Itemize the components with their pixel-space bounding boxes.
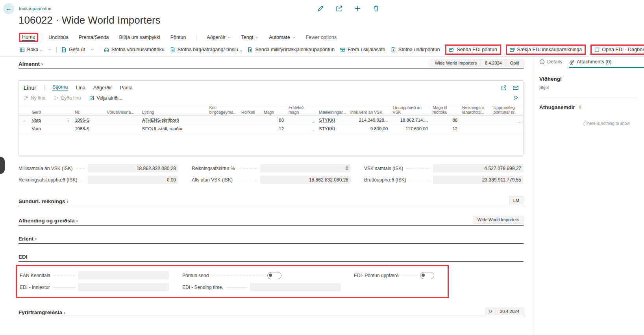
page-title: 106022 · Wide World Importers <box>19 14 161 26</box>
section-prepayment-title[interactable]: Fyrirframgreiðsla› <box>19 309 65 315</box>
col-nr[interactable]: Nr. <box>72 104 104 116</box>
lines-tab-lina[interactable]: Lína <box>76 85 85 91</box>
chevron-down-icon <box>255 36 259 39</box>
col-magn-mottoku[interactable]: Magn til móttöku <box>430 104 460 116</box>
release-button[interactable]: Gefa út <box>61 46 86 54</box>
col-lysing[interactable]: Lýsing <box>140 104 207 116</box>
edi-order-updated-toggle[interactable] <box>420 272 434 279</box>
section-edi-title[interactable]: EDI <box>19 254 28 260</box>
side-panel-handle[interactable] <box>0 157 5 174</box>
create-inventory-putaway-button[interactable]: Stofna birgðafrágang/-tínslu... <box>169 46 243 54</box>
table-row: Vara 1988-S SEOUL-stóll, rauður 12 _ STY… <box>19 124 523 133</box>
fetch-edi-icon <box>510 47 515 52</box>
edi-sending-time-input[interactable] <box>250 283 341 291</box>
lines-tab-panta[interactable]: Panta <box>120 85 133 91</box>
open-in-new-icon[interactable] <box>501 85 507 91</box>
post-button[interactable]: Bóka... <box>19 46 43 54</box>
row-menu-button[interactable]: ⋮ <box>64 116 72 124</box>
fetch-edi-invoices-button[interactable]: Sækja EDI innkaupareikninga <box>506 44 586 55</box>
share-icon[interactable] <box>336 5 342 12</box>
tab-tengt[interactable]: Tengt <box>241 35 259 40</box>
chevron-right-icon: › <box>76 218 78 224</box>
documents-link[interactable]: Skjöl <box>539 85 644 90</box>
col-gerd[interactable]: Gerð <box>29 104 63 116</box>
lines-tab-adgerdir[interactable]: Aðgerðir <box>93 85 112 91</box>
archive-document-button[interactable]: Færa í skjalasafn <box>339 46 386 54</box>
delete-line-button[interactable]: Eyða línu <box>54 95 81 101</box>
back-button[interactable]: ← <box>3 3 14 14</box>
edi-order-updated-field-row: EDI- Pöntun uppfærð <box>354 271 448 279</box>
ean-input[interactable] <box>78 271 169 279</box>
col-maelieiningar[interactable]: Mælieiningar... <box>316 104 348 116</box>
total-field: Reikningsafsl.upphæð (ISK)0,00 <box>19 176 192 184</box>
suborder-icon <box>391 47 396 52</box>
edi-import-input[interactable] <box>78 283 169 291</box>
total-field: Brúttóupphæð (ISK)23.389.911.779,55 <box>364 176 524 184</box>
send-edi-order-button[interactable]: Senda EDI pöntun <box>445 44 501 55</box>
divider <box>56 47 57 53</box>
chevron-right-icon: › <box>67 199 68 204</box>
section-foreign-title[interactable]: Erlent› <box>19 236 37 242</box>
vendor-chip[interactable]: Wide World Importers <box>431 59 481 67</box>
col-holfkoti[interactable]: Hólfkóti <box>239 104 261 116</box>
order-sent-field-row: Pöntun send <box>182 271 354 279</box>
section-shipping-title[interactable]: Afhending og greiðsla› <box>19 218 78 224</box>
col-innkverd[interactable]: Innk.verð án VSK <box>348 104 390 116</box>
prepayment-percent-chip[interactable]: 0 <box>485 308 496 315</box>
tab-automate[interactable]: Automate <box>269 35 296 40</box>
col-fratekid[interactable]: Frátekið magn <box>286 104 316 116</box>
post-icon <box>20 47 25 52</box>
tab-attachments[interactable]: Attachments (0) <box>569 59 644 68</box>
create-warehouse-receipt-button[interactable]: Stofna vöruhússmóttöku <box>103 46 165 54</box>
delete-icon[interactable] <box>373 5 379 12</box>
tab-home[interactable]: Home <box>19 33 38 42</box>
document-date-chip[interactable]: 8.4.2024 <box>481 59 506 67</box>
new-line-button[interactable]: Ný lína <box>24 95 45 101</box>
col-upprunaleg[interactable]: Upprunaleg pöntunar nr. <box>491 104 523 116</box>
ean-field-row: EAN Kennitala <box>20 271 182 279</box>
tab-pontun[interactable]: Pöntun <box>170 35 186 40</box>
lines-tab-stjorna[interactable]: Stjórna <box>52 84 68 91</box>
col-vorutilvisun[interactable]: Vörutilvísuna... <box>105 104 140 116</box>
tab-bidja-um-samthykki[interactable]: Biðja um samþykki <box>119 35 160 40</box>
tab-prenta-senda[interactable]: Prenta/Senda <box>79 35 109 40</box>
section-invoice-details-title[interactable]: Sundurl. reiknings› <box>19 198 68 204</box>
tab-details[interactable]: Details <box>539 59 562 67</box>
release-dropdown[interactable] <box>90 47 95 53</box>
mail-icon[interactable] <box>513 85 518 91</box>
new-icon[interactable] <box>354 5 361 12</box>
order-sent-toggle[interactable] <box>267 272 281 279</box>
factbox-divider <box>534 56 534 335</box>
section-general-title[interactable]: Almennt› <box>19 61 43 67</box>
prepayment-date-chip[interactable]: 30.4.2024 <box>496 308 523 315</box>
send-intercompany-order-button[interactable]: Senda millifyrirtækjainnkaupapöntun <box>247 46 335 54</box>
warehouse-icon <box>104 47 109 52</box>
status-chip[interactable]: Opið <box>506 59 523 67</box>
toolbar-divider <box>0 56 644 57</box>
col-magn[interactable]: Magn <box>261 104 286 116</box>
col-reikningsnr[interactable]: Reikningsnr. lánardrotti... <box>460 104 491 116</box>
paperclip-icon <box>569 59 574 65</box>
col-koti[interactable]: Kóti birgðageyms... <box>207 104 239 116</box>
tab-adgerdir[interactable]: Aðgerðir <box>207 35 231 40</box>
open-edi-journal-button[interactable]: Opna EDI - Dagbók <box>590 44 644 55</box>
edit-icon[interactable] <box>317 5 324 12</box>
ship-to-chip[interactable]: Wide World Importers <box>474 216 523 223</box>
selected-row-arrow-icon: → <box>19 116 29 124</box>
pin-icon[interactable] <box>513 95 518 101</box>
total-value[interactable]: 0 <box>260 164 351 172</box>
select-items-button[interactable]: Velja atriði... <box>89 95 122 101</box>
breadcrumb[interactable]: Innkaupapöntun <box>19 6 52 11</box>
archive-icon <box>340 47 345 52</box>
col-linuupphaed[interactable]: Línuupphæð án VSK <box>390 104 430 116</box>
currency-chip[interactable]: LM <box>509 197 523 204</box>
edi-fields-highlight: EAN Kennitala Pöntun send EDI- Pöntun up… <box>16 265 449 298</box>
create-suborder-button[interactable]: Stofna undirpöntun <box>390 46 441 54</box>
fewer-options-button[interactable]: Fewer options <box>306 35 337 40</box>
add-note-button[interactable]: + <box>578 104 582 111</box>
tab-undirbua[interactable]: Undirbúa <box>48 35 68 40</box>
post-dropdown[interactable] <box>47 47 52 53</box>
lines-card: Línur Stjórna Lína Aðgerðir Panta Ný lín… <box>19 80 524 155</box>
divider <box>539 98 638 98</box>
edi-sending-time-field-row: EDI - Sending time. <box>182 283 354 291</box>
